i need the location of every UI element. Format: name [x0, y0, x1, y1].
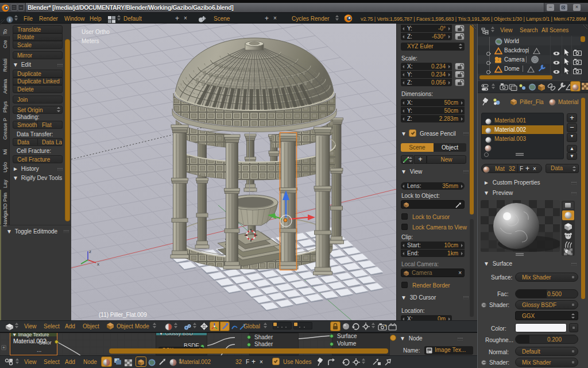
svg-text:(11) Piller_Flat.009: (11) Piller_Flat.009: [99, 312, 147, 318]
svg-text:z: z: [89, 249, 91, 254]
svg-text:x: x: [97, 262, 99, 267]
svg-text:User Ortho: User Ortho: [82, 29, 110, 35]
svg-text:Meters: Meters: [82, 38, 99, 44]
